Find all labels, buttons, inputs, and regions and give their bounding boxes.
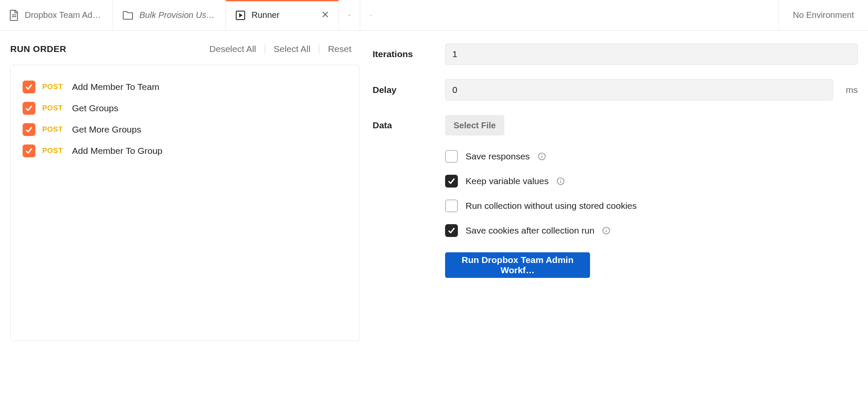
request-name: Add Member To Team	[72, 82, 159, 92]
svg-point-8	[370, 15, 371, 15]
option-label: Save cookies after collection run	[466, 225, 594, 236]
http-method: POST	[42, 147, 65, 155]
tab-collection[interactable]: Dropbox Team Admi…	[0, 0, 113, 30]
checkbox-checked-icon[interactable]	[445, 224, 458, 237]
svg-point-7	[370, 15, 370, 15]
environment-label: No Environment	[793, 10, 854, 20]
iterations-label: Iterations	[373, 49, 437, 59]
http-method: POST	[42, 104, 65, 113]
request-row[interactable]: POST Add Member To Group	[23, 140, 347, 162]
select-file-button[interactable]: Select File	[445, 115, 504, 136]
checkbox-checked-icon[interactable]	[23, 81, 35, 93]
svg-point-12	[541, 154, 542, 155]
tab-bar: Dropbox Team Admi… Bulk Provision Users …	[0, 0, 868, 31]
more-tabs-button[interactable]	[360, 0, 382, 30]
checkbox-checked-icon[interactable]	[445, 175, 458, 188]
info-icon[interactable]	[602, 226, 610, 235]
option-row[interactable]: Keep variable values	[445, 175, 858, 188]
request-row[interactable]: POST Get Groups	[23, 98, 347, 119]
svg-point-9	[372, 15, 372, 15]
tab-label: Bulk Provision Users …	[139, 10, 216, 20]
request-name: Get More Groups	[72, 124, 141, 135]
play-box-icon	[235, 10, 246, 20]
run-collection-button[interactable]: Run Dropbox Team Admin Workf…	[445, 252, 590, 278]
checkbox-checked-icon[interactable]	[23, 123, 35, 136]
http-method: POST	[42, 83, 65, 91]
run-order-actions: Deselect All Select All Reset	[201, 43, 360, 55]
request-row[interactable]: POST Get More Groups	[23, 119, 347, 140]
tab-label: Dropbox Team Admi…	[25, 10, 103, 20]
option-label: Keep variable values	[466, 176, 549, 186]
tab-runner[interactable]: Runner	[226, 0, 339, 30]
checkbox-unchecked-icon[interactable]	[445, 150, 458, 163]
info-icon[interactable]	[556, 177, 565, 185]
deselect-all-button[interactable]: Deselect All	[201, 44, 265, 54]
option-row[interactable]: Save cookies after collection run	[445, 224, 858, 237]
close-icon[interactable]	[321, 11, 329, 20]
tab-label: Runner	[252, 10, 315, 20]
reset-button[interactable]: Reset	[319, 44, 360, 54]
select-all-button[interactable]: Select All	[265, 44, 319, 54]
delay-unit: ms	[846, 85, 858, 95]
option-row[interactable]: Save responses	[445, 150, 858, 163]
option-label: Run collection without using stored cook…	[466, 201, 637, 211]
request-list: POST Add Member To Team POST Get Groups …	[10, 65, 360, 341]
checkbox-checked-icon[interactable]	[23, 102, 35, 115]
http-method: POST	[42, 125, 65, 134]
document-icon	[9, 10, 19, 21]
checkbox-checked-icon[interactable]	[23, 144, 35, 157]
run-order-title: RUN ORDER	[10, 44, 67, 54]
data-label: Data	[373, 120, 437, 130]
option-row[interactable]: Run collection without using stored cook…	[445, 199, 858, 212]
iterations-input[interactable]	[445, 43, 858, 65]
request-name: Get Groups	[72, 103, 119, 113]
delay-label: Delay	[373, 85, 437, 95]
option-label: Save responses	[466, 151, 530, 162]
info-icon[interactable]	[538, 152, 546, 161]
svg-point-15	[560, 179, 561, 180]
delay-input[interactable]	[445, 79, 833, 101]
tab-folder[interactable]: Bulk Provision Users …	[113, 0, 226, 30]
folder-icon	[122, 11, 133, 20]
add-tab-button[interactable]	[339, 0, 360, 30]
checkbox-unchecked-icon[interactable]	[445, 199, 458, 212]
svg-point-18	[606, 228, 607, 229]
request-row[interactable]: POST Add Member To Team	[23, 76, 347, 98]
request-name: Add Member To Group	[72, 146, 162, 156]
environment-selector[interactable]: No Environment	[778, 0, 868, 30]
